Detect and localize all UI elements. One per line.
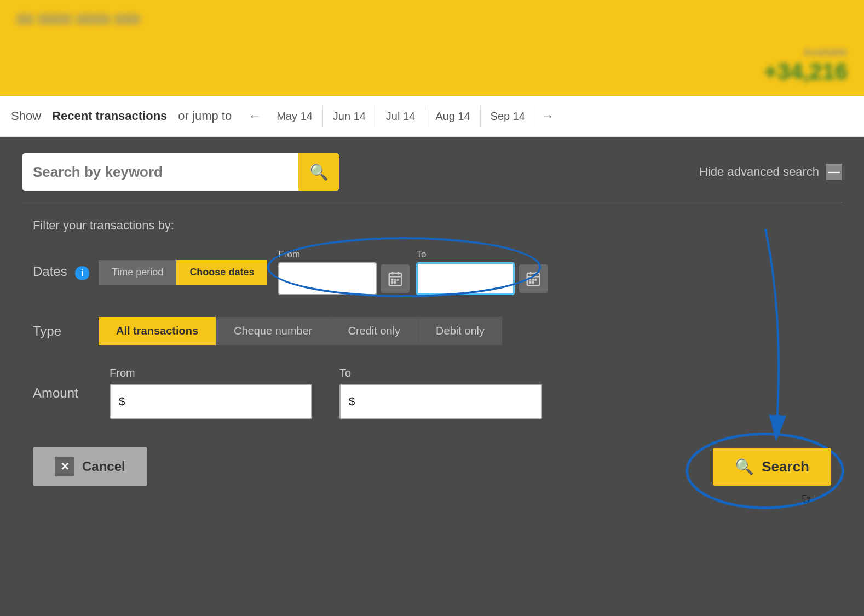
or-label: or jump to: [178, 109, 232, 123]
cursor-icon: ☞: [801, 490, 815, 508]
date-range: From: [278, 249, 548, 295]
search-button[interactable]: 🔍 Search: [713, 448, 831, 486]
credit-only-button[interactable]: Credit only: [330, 317, 418, 345]
cancel-button[interactable]: ✕ Cancel: [33, 447, 147, 486]
dates-label: Dates i: [33, 264, 99, 280]
from-calendar-button[interactable]: [381, 264, 410, 293]
svg-rect-8: [394, 281, 396, 284]
cancel-x-icon: ✕: [55, 457, 74, 476]
search-button-label: Search: [762, 458, 809, 475]
dates-info-icon[interactable]: i: [75, 266, 89, 280]
keyword-search-button[interactable]: 🔍: [298, 153, 339, 191]
time-period-button[interactable]: Time period: [99, 260, 176, 285]
balance-label: Available: [764, 46, 848, 59]
svg-rect-4: [391, 279, 394, 281]
amount-fields: From To: [110, 367, 542, 419]
cancel-label: Cancel: [82, 459, 125, 474]
month-jul14[interactable]: Jul 14: [376, 106, 425, 127]
search-panel: 🔍 Hide advanced search — Filter your tra…: [0, 137, 864, 616]
cheque-number-button[interactable]: Cheque number: [216, 317, 330, 345]
debit-only-button[interactable]: Debit only: [418, 317, 502, 345]
keyword-input-wrapper: 🔍: [22, 153, 339, 191]
amount-from-input[interactable]: [110, 384, 312, 419]
month-jun14[interactable]: Jun 14: [323, 106, 376, 127]
from-date-input-row: [278, 262, 410, 295]
svg-rect-5: [394, 279, 396, 281]
choose-dates-button[interactable]: Choose dates: [176, 260, 267, 285]
amount-to-label: To: [339, 367, 542, 379]
amount-from-label: From: [110, 367, 312, 379]
prev-arrow[interactable]: ←: [248, 108, 261, 124]
month-sep14[interactable]: Sep 14: [481, 106, 535, 127]
nav-bar: Show Recent transactions or jump to ← Ma…: [0, 96, 864, 137]
month-may14[interactable]: May 14: [267, 106, 323, 127]
amount-to-input[interactable]: [339, 384, 542, 419]
to-date-group: To: [416, 249, 548, 295]
amount-label: Amount: [33, 385, 99, 401]
type-row: Type All transactions Cheque number Cred…: [33, 317, 831, 345]
filter-section: Filter your transactions by: Dates i Tim…: [22, 218, 842, 486]
search-button-wrapper: 🔍 Search ☞: [713, 448, 831, 486]
account-number: 00 0000 0000 000: [16, 11, 140, 28]
calendar-icon: [387, 270, 404, 287]
filter-header: Filter your transactions by:: [33, 218, 831, 233]
from-date-group: From: [278, 249, 410, 295]
date-toggle: Time period Choose dates: [99, 260, 267, 285]
hide-advanced-search-link[interactable]: Hide advanced search —: [699, 164, 842, 180]
svg-rect-13: [529, 279, 532, 281]
next-arrow[interactable]: →: [541, 108, 554, 124]
hide-advanced-label: Hide advanced search: [699, 165, 819, 179]
type-label: Type: [33, 324, 99, 339]
to-date-input-row: [416, 262, 548, 295]
amount-to-group: To: [339, 367, 542, 419]
divider: [22, 202, 842, 202]
svg-rect-15: [535, 279, 537, 281]
svg-rect-14: [532, 279, 534, 281]
month-aug14[interactable]: Aug 14: [425, 106, 480, 127]
recent-transactions-link[interactable]: Recent transactions: [52, 109, 167, 123]
balance-amount: +34,216: [764, 59, 848, 85]
minus-icon: —: [826, 164, 842, 180]
to-date-label: To: [416, 249, 548, 260]
balance-section: Available +34,216: [764, 46, 848, 85]
type-buttons: All transactions Cheque number Credit on…: [99, 317, 502, 345]
search-button-icon: 🔍: [735, 458, 754, 476]
to-calendar-button[interactable]: [519, 264, 548, 293]
keyword-row: 🔍 Hide advanced search —: [22, 153, 842, 191]
svg-rect-17: [532, 281, 534, 284]
from-date-input[interactable]: [278, 262, 377, 295]
all-transactions-button[interactable]: All transactions: [99, 317, 216, 345]
bottom-row: ✕ Cancel 🔍 Search ☞: [33, 447, 831, 486]
calendar-icon: [525, 270, 542, 287]
search-icon: 🔍: [309, 163, 329, 181]
svg-rect-6: [397, 279, 399, 281]
amount-row: Amount From To: [33, 367, 831, 419]
svg-rect-16: [529, 281, 532, 284]
keyword-input[interactable]: [22, 164, 298, 181]
to-date-input[interactable]: [416, 262, 515, 295]
from-date-label: From: [278, 249, 410, 260]
amount-from-group: From: [110, 367, 312, 419]
dates-row: Dates i Time period Choose dates From: [33, 249, 831, 295]
show-label: Show: [11, 109, 41, 123]
svg-rect-7: [391, 281, 394, 284]
top-banner: 00 0000 0000 000 Available +34,216: [0, 0, 864, 96]
